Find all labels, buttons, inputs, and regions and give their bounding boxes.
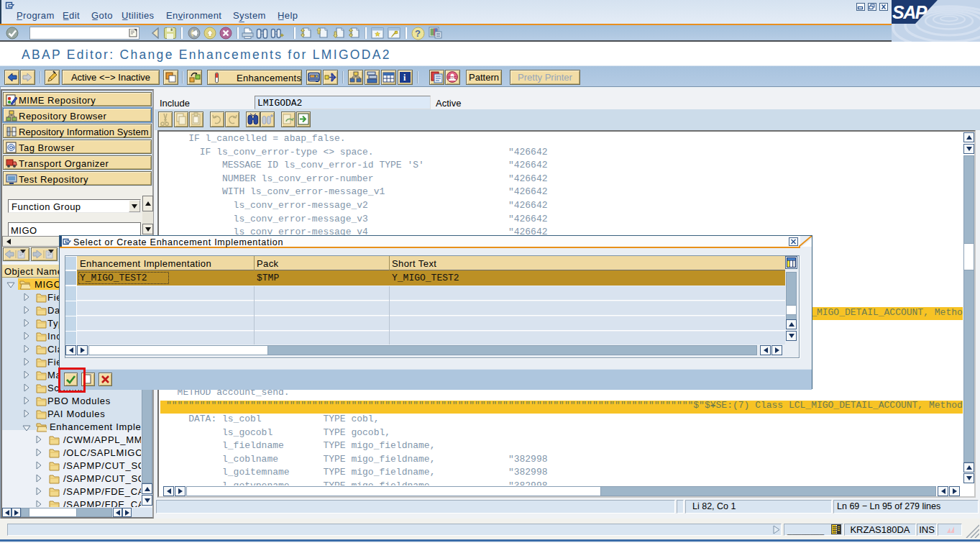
svg-text:?: ?	[415, 28, 421, 39]
svg-text:SAP: SAP	[892, 2, 928, 22]
svg-text:STC: STC	[448, 76, 457, 80]
